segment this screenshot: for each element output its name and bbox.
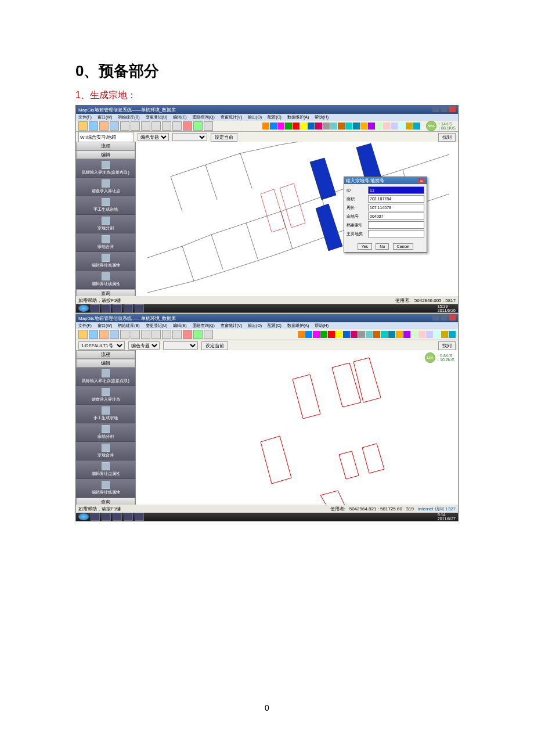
find-button: 找到: [438, 341, 456, 350]
field-perimeter[interactable]: [368, 204, 424, 211]
flow-edit-line-attr[interactable]: 编辑界址线属性: [76, 479, 135, 498]
theme-select: 编色专题: [128, 341, 160, 350]
flow-merge[interactable]: 宗地合并: [76, 233, 135, 252]
sidebar: 流程 编辑 鼠标输入界址点(直接点取) 键盘录入界址点 手工生成宗地 宗地分割 …: [76, 350, 136, 505]
svg-marker-9: [339, 451, 359, 479]
window-controls[interactable]: [431, 315, 456, 322]
cancel-button[interactable]: Cancel: [393, 243, 414, 250]
field-archive[interactable]: [368, 221, 424, 229]
svg-marker-7: [353, 358, 381, 402]
heading-0: 0、预备部分: [75, 61, 459, 81]
set-current-button: 设定当前: [211, 133, 237, 142]
status-bar: 如需帮助，请按F1键 使用者: 5042946.005 : 5817: [76, 296, 458, 304]
flow-split[interactable]: 宗地分割: [76, 423, 135, 442]
layer-select: 1:DEFAULT1号: [78, 341, 125, 350]
field-area[interactable]: [368, 195, 424, 203]
sidebar-section-flow[interactable]: 流程: [76, 142, 135, 150]
start-button-icon[interactable]: [78, 513, 89, 520]
window-title: MapGis地籍管理信息系统——单机环境_数据库: [78, 107, 176, 113]
svg-marker-5: [293, 375, 320, 419]
flow-keyboard-input[interactable]: 键盘录入界址点: [76, 178, 135, 196]
sidebar: 流程 编辑 鼠标输入界址点(直接点取) 键盘录入界址点 手工生成宗地 宗地分割 …: [76, 142, 136, 296]
flow-edit-point-attr[interactable]: 编辑界址点属性: [76, 460, 135, 479]
flow-mouse-input[interactable]: 鼠标输入界址点(直接点取): [76, 368, 135, 386]
close-icon[interactable]: ×: [418, 178, 425, 183]
svg-marker-11: [320, 491, 348, 505]
heading-1: 1、生成宗地：: [75, 89, 459, 102]
flow-manual-parcel[interactable]: 手工生成宗地: [76, 405, 135, 423]
window-titlebar: MapGis地籍管理信息系统——单机环境_数据库: [76, 314, 458, 322]
flow-merge[interactable]: 宗地合并: [76, 442, 135, 460]
path-input: [78, 132, 134, 142]
flow-split[interactable]: 宗地分割: [76, 215, 135, 233]
map-canvas-2[interactable]: 11%↑ 5.8K/S↓ 10.2K/S: [136, 350, 458, 505]
screenshot-2: MapGis地籍管理信息系统——单机环境_数据库 文件(F)窗口(W)初始建库(…: [75, 314, 459, 521]
field-parcel-no[interactable]: [368, 213, 424, 220]
map-canvas-1[interactable]: 输入宗地号,地类号× ID 面积 周长 宗地号 档案索引 主要地类 Yes No: [136, 142, 458, 296]
flow-edit-point-attr[interactable]: 编辑界址点属性: [76, 252, 135, 271]
window-controls[interactable]: [431, 106, 456, 113]
flow-keyboard-input[interactable]: 键盘录入界址点: [76, 386, 135, 405]
svg-marker-2: [316, 204, 342, 251]
standard-toolbar[interactable]: [76, 329, 458, 340]
start-button-icon[interactable]: [78, 305, 89, 312]
svg-marker-8: [261, 436, 291, 484]
yes-button[interactable]: Yes: [358, 243, 372, 250]
page-number: 0: [0, 703, 534, 712]
flow-manual-parcel[interactable]: 手工生成宗地: [76, 196, 135, 215]
field-id[interactable]: [368, 186, 424, 194]
taskbar[interactable]: 9:142011/6/27: [76, 513, 458, 521]
set-current-button: 设定当前: [201, 341, 228, 350]
svg-marker-6: [332, 363, 361, 407]
svg-marker-0: [310, 158, 336, 200]
find-button: 找到: [438, 133, 456, 142]
theme-select: 编色专题: [138, 133, 169, 141]
field-landclass[interactable]: [368, 230, 424, 237]
standard-toolbar[interactable]: 58%↑ 14K/S↓ 88.1K/S: [76, 121, 458, 132]
taskbar[interactable]: 15:392011/6/26: [76, 304, 458, 312]
menu-bar[interactable]: 文件(F)窗口(W)初始建库(B)变更登记(U)编辑(E)图形查询(Q)查窗统计…: [76, 322, 458, 329]
status-bar: 如需帮助，请按F1键 使用者: 5042964.821 : 581725.60 …: [76, 505, 458, 513]
menu-bar[interactable]: 文件(F)窗口(W)初始建库(B)变更登记(U)编辑(E)图形查询(Q)查窗统计…: [76, 114, 458, 121]
flow-edit-line-attr[interactable]: 编辑界址线属性: [76, 271, 135, 289]
svg-marker-10: [362, 444, 384, 473]
no-button[interactable]: No: [376, 243, 389, 250]
flow-mouse-input[interactable]: 鼠标输入界址点(直接点取): [76, 159, 135, 178]
parcel-dialog: 输入宗地号,地类号× ID 面积 周长 宗地号 档案索引 主要地类 Yes No: [344, 177, 427, 253]
sidebar-section-edit[interactable]: 编辑: [76, 150, 135, 159]
window-titlebar: MapGis地籍管理信息系统——单机环境_数据库: [76, 106, 458, 114]
window-title: MapGis地籍管理信息系统——单机环境_数据库: [78, 315, 176, 322]
screenshot-1: MapGis地籍管理信息系统——单机环境_数据库 文件(F)窗口(W)初始建库(…: [75, 105, 459, 313]
